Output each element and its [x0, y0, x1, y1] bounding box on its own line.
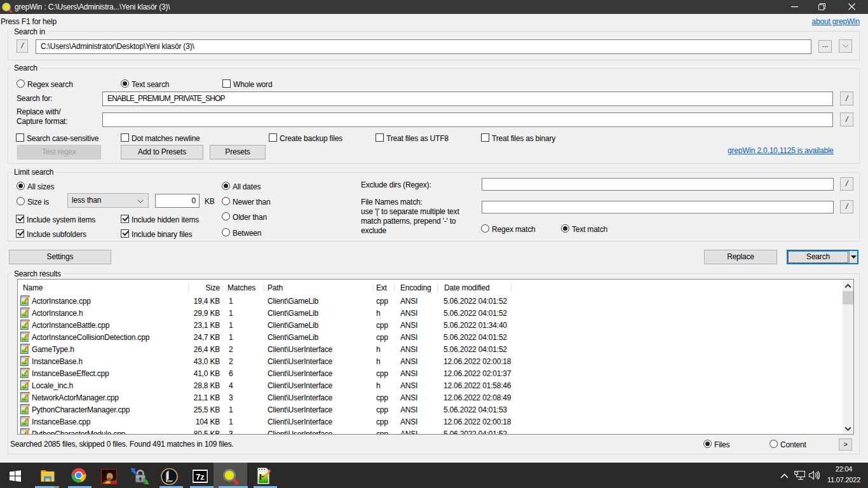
- svg-text:7z: 7z: [196, 472, 205, 482]
